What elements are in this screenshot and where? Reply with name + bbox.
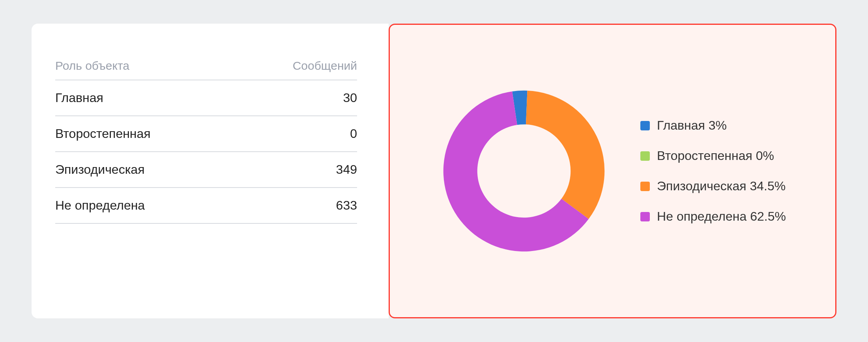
legend-label: Второстепенная 0% [657,149,774,163]
legend-swatch-icon [640,151,650,161]
table-row: Второстепенная 0 [55,116,357,152]
cell-role: Не определена [55,188,235,223]
donut-chart [439,86,609,256]
legend-item: Главная 3% [640,118,786,133]
chart-panel: Главная 3% Второстепенная 0% Эпизодическ… [389,24,836,318]
cell-role: Второстепенная [55,116,235,152]
legend-swatch-icon [640,182,650,191]
legend-swatch-icon [640,212,650,221]
cell-role: Эпизодическая [55,152,235,188]
col-role: Роль объекта [55,59,235,80]
cell-role: Главная [55,80,235,116]
cell-count: 0 [235,116,357,152]
legend-label: Эпизодическая 34.5% [657,179,786,193]
legend-swatch-icon [640,121,650,130]
role-table: Роль объекта Сообщений Главная 30 Второс… [55,59,357,224]
chart-legend: Главная 3% Второстепенная 0% Эпизодическ… [640,118,786,224]
legend-item: Второстепенная 0% [640,149,786,163]
col-count: Сообщений [235,59,357,80]
table-panel: Роль объекта Сообщений Главная 30 Второс… [32,24,389,318]
donut-slice [526,91,604,219]
legend-label: Не определена 62.5% [657,209,786,224]
legend-item: Эпизодическая 34.5% [640,179,786,193]
table-row: Главная 30 [55,80,357,116]
table-row: Не определена 633 [55,188,357,223]
cell-count: 633 [235,188,357,223]
cell-count: 349 [235,152,357,188]
cell-count: 30 [235,80,357,116]
legend-label: Главная 3% [657,118,727,133]
table-row: Эпизодическая 349 [55,152,357,188]
legend-item: Не определена 62.5% [640,209,786,224]
